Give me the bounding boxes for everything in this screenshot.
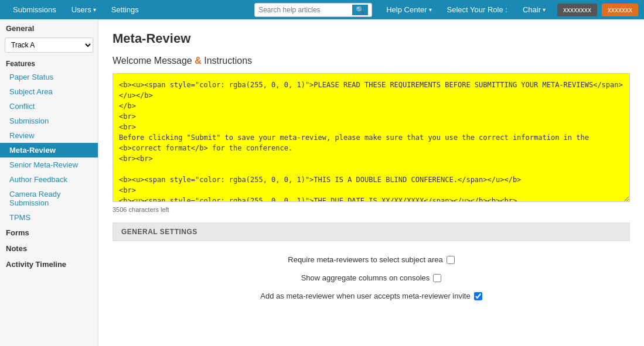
sidebar-notes[interactable]: Notes bbox=[0, 241, 98, 256]
user-button2[interactable]: xxxxxxx bbox=[602, 4, 638, 16]
sidebar-item-meta-review[interactable]: Meta-Review bbox=[0, 143, 98, 157]
sidebar-forms[interactable]: Forms bbox=[0, 225, 98, 241]
sidebar: General Track A Track B Track C Features… bbox=[0, 19, 98, 346]
sidebar-item-submission[interactable]: Submission bbox=[0, 114, 98, 128]
sidebar-activity-timeline[interactable]: Activity Timeline bbox=[0, 256, 98, 272]
track-dropdown-container: Track A Track B Track C bbox=[5, 37, 93, 53]
search-input[interactable] bbox=[258, 6, 352, 14]
sidebar-item-camera-ready[interactable]: Camera Ready Submission bbox=[0, 187, 98, 210]
sidebar-item-senior-meta-review[interactable]: Senior Meta-Review bbox=[0, 157, 98, 172]
help-arrow-icon: ▾ bbox=[429, 6, 432, 13]
ampersand: & bbox=[195, 56, 202, 66]
layout: General Track A Track B Track C Features… bbox=[0, 19, 644, 346]
char-count: 3506 characters left bbox=[113, 206, 630, 213]
nav-users[interactable]: Users ▾ bbox=[66, 2, 102, 18]
user-button[interactable]: xxxxxxxx bbox=[557, 4, 597, 16]
sidebar-item-subject-area[interactable]: Subject Area bbox=[0, 84, 98, 99]
add-meta-reviewer-checkbox[interactable] bbox=[474, 292, 482, 300]
users-arrow-icon: ▾ bbox=[93, 6, 96, 13]
search-button[interactable]: 🔍 bbox=[352, 5, 368, 15]
track-select[interactable]: Track A Track B Track C bbox=[5, 37, 93, 53]
nav-help-center[interactable]: Help Center ▾ bbox=[380, 2, 437, 18]
require-subject-checkbox[interactable] bbox=[447, 256, 455, 264]
require-subject-label: Require meta-reviewers to select subject… bbox=[288, 255, 442, 264]
sidebar-item-author-feedback[interactable]: Author Feedback bbox=[0, 172, 98, 187]
nav-chair[interactable]: Chair ▾ bbox=[517, 2, 551, 18]
show-aggregate-label: Show aggregate columns on consoles bbox=[301, 273, 430, 282]
settings-row-add-meta: Add as meta-reviewer when user accepts m… bbox=[113, 287, 630, 305]
chair-arrow-icon: ▾ bbox=[543, 6, 546, 13]
nav-select-role: Select Your Role : bbox=[440, 2, 514, 18]
html-editor[interactable]: <b><u><span style="color: rgba(255, 0, 0… bbox=[113, 73, 630, 202]
general-settings-header: GENERAL SETTINGS bbox=[113, 222, 630, 241]
nav-submissions[interactable]: Submissions bbox=[6, 2, 63, 18]
sidebar-item-review[interactable]: Review bbox=[0, 128, 98, 143]
welcome-section-title: Welcome Message & Instructions bbox=[113, 56, 630, 66]
sidebar-general-header: General bbox=[0, 19, 98, 35]
sidebar-item-conflict[interactable]: Conflict bbox=[0, 99, 98, 114]
main-content: Meta-Review Welcome Message & Instructio… bbox=[98, 19, 644, 346]
sidebar-item-tpms[interactable]: TPMS bbox=[0, 210, 98, 225]
nav-settings[interactable]: Settings bbox=[104, 2, 146, 18]
settings-row-subject: Require meta-reviewers to select subject… bbox=[113, 251, 630, 269]
features-header: Features bbox=[0, 55, 98, 70]
sidebar-item-paper-status[interactable]: Paper Status bbox=[0, 70, 98, 84]
page-title: Meta-Review bbox=[113, 31, 630, 46]
settings-row-aggregate: Show aggregate columns on consoles bbox=[113, 269, 630, 287]
search-bar: 🔍 bbox=[254, 3, 372, 17]
top-nav: Submissions Users ▾ Settings 🔍 Help Cent… bbox=[0, 0, 644, 19]
show-aggregate-checkbox[interactable] bbox=[433, 274, 441, 282]
nav-right: Help Center ▾ Select Your Role : Chair ▾… bbox=[380, 2, 638, 18]
add-meta-reviewer-label: Add as meta-reviewer when user accepts m… bbox=[260, 292, 470, 300]
